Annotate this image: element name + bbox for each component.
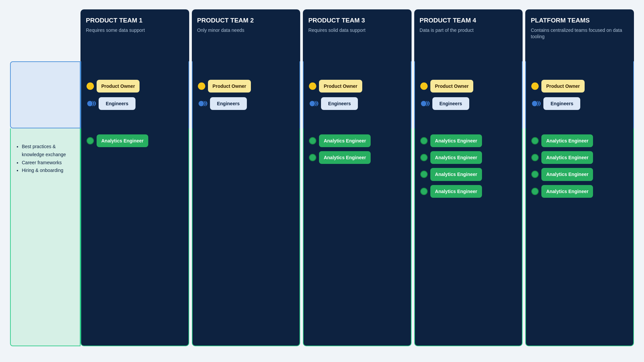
engineers-badge-team2: Engineers <box>198 97 294 110</box>
team-header-team1: PRODUCT TEAM 1 Requires some data suppor… <box>80 9 189 61</box>
team-header-team2: PRODUCT TEAM 2 Only minor data needs <box>192 9 301 61</box>
owner-dot-team4 <box>420 82 428 90</box>
ae-pill-platform-2: Analytics Engineer <box>541 168 593 181</box>
analytics-engineer-badge-team3-1: Analytics Engineer <box>309 151 371 164</box>
team-column-team1: PRODUCT TEAM 1 Requires some data suppor… <box>80 9 189 346</box>
ae-dot-team4-0 <box>420 137 428 144</box>
team-title-platform: PLATFORM TEAMS <box>531 17 590 24</box>
product-owner-badge-platform: Product Owner <box>531 80 628 93</box>
eng-section-team2: Product Owner Engineers <box>192 61 301 128</box>
engineers-pill-platform: Engineers <box>543 97 580 110</box>
team-column-platform: PLATFORM TEAMS Contains centralized team… <box>525 9 634 346</box>
eng-dot-1 <box>198 100 205 107</box>
ae-dot-platform-1 <box>531 154 539 161</box>
ae-dot-platform-3 <box>531 188 539 195</box>
eng-dot-1 <box>87 100 93 107</box>
ae-dot-platform-0 <box>531 137 539 144</box>
data-bullet-3: Hiring & onboarding <box>22 167 75 175</box>
team-header-platform: PLATFORM TEAMS Contains centralized team… <box>525 9 634 61</box>
analytics-engineer-badge-platform-0: Analytics Engineer <box>531 134 593 147</box>
team-title-team1: PRODUCT TEAM 1 <box>86 17 143 24</box>
ae-pill-team4-1: Analytics Engineer <box>430 151 482 164</box>
team-subtitle-team3: Requires solid data support <box>308 27 365 34</box>
engineers-pill-team2: Engineers <box>210 97 247 110</box>
owner-pill-team1: Product Owner <box>97 80 140 93</box>
team-column-team2: PRODUCT TEAM 2 Only minor data needs Pro… <box>192 9 301 346</box>
data-section-platform: Analytics Engineer Analytics Engineer An… <box>525 128 634 346</box>
analytics-engineer-badge-team4-3: Analytics Engineer <box>420 185 482 198</box>
engineers-badge-team3: Engineers <box>309 97 406 110</box>
data-function-section: Best practices & knowledge exchange Care… <box>10 128 80 346</box>
ae-pill-platform-1: Analytics Engineer <box>541 151 593 164</box>
team-title-team3: PRODUCT TEAM 3 <box>308 17 365 24</box>
team-column-team3: PRODUCT TEAM 3 Requires solid data suppo… <box>303 9 412 346</box>
main-container: Best practices & knowledge exchange Care… <box>0 9 644 353</box>
owner-dot-team3 <box>309 82 316 90</box>
data-bullet-1: Best practices & knowledge exchange <box>22 143 75 159</box>
analytics-engineer-badge-team4-0: Analytics Engineer <box>420 134 482 147</box>
ae-pill-team1-0: Analytics Engineer <box>97 134 148 147</box>
ae-dot-platform-2 <box>531 171 539 178</box>
engineers-badge-team4: Engineers <box>420 97 517 110</box>
team-subtitle-team4: Data is part of the product <box>420 27 474 34</box>
analytics-engineer-badge-team4-2: Analytics Engineer <box>420 168 482 181</box>
engineers-dot-stack-team2 <box>198 100 207 107</box>
teams-area: PRODUCT TEAM 1 Requires some data suppor… <box>80 9 634 346</box>
ae-pill-team3-0: Analytics Engineer <box>319 134 371 147</box>
analytics-engineer-badge-team3-0: Analytics Engineer <box>309 134 371 147</box>
analytics-engineer-badge-team4-1: Analytics Engineer <box>420 151 482 164</box>
owner-pill-platform: Product Owner <box>541 80 584 93</box>
ae-pill-team4-3: Analytics Engineer <box>430 185 482 198</box>
team-title-team2: PRODUCT TEAM 2 <box>197 17 254 24</box>
data-function-list: Best practices & knowledge exchange Care… <box>16 143 75 175</box>
ae-dot-team1-0 <box>87 137 94 144</box>
team-title-team4: PRODUCT TEAM 4 <box>420 17 476 24</box>
ae-dot-team3-0 <box>309 137 316 144</box>
data-section-team2 <box>192 128 301 346</box>
team-header-team3: PRODUCT TEAM 3 Requires solid data suppo… <box>303 9 412 61</box>
team-column-team4: PRODUCT TEAM 4 Data is part of the produ… <box>414 9 523 346</box>
engineers-badge-platform: Engineers <box>531 97 628 110</box>
team-header-team4: PRODUCT TEAM 4 Data is part of the produ… <box>414 9 523 61</box>
engineers-pill-team3: Engineers <box>321 97 358 110</box>
eng-section-team3: Product Owner Engineers <box>303 61 412 128</box>
ae-pill-team3-1: Analytics Engineer <box>319 151 371 164</box>
product-owner-badge-team2: Product Owner <box>198 80 294 93</box>
eng-section-team4: Product Owner Engineers <box>414 61 523 128</box>
product-owner-badge-team1: Product Owner <box>87 80 183 93</box>
ae-pill-platform-0: Analytics Engineer <box>541 134 593 147</box>
team-subtitle-team1: Requires some data support <box>86 27 145 34</box>
ae-dot-team4-1 <box>420 154 428 161</box>
analytics-engineer-badge-platform-1: Analytics Engineer <box>531 151 593 164</box>
ae-pill-team4-2: Analytics Engineer <box>430 168 482 181</box>
ae-dot-team3-1 <box>309 154 316 161</box>
watermark-text <box>0 0 644 9</box>
engineers-dot-stack-team1 <box>87 100 96 107</box>
ae-pill-team4-0: Analytics Engineer <box>430 134 482 147</box>
analytics-engineer-badge-platform-2: Analytics Engineer <box>531 168 593 181</box>
data-bullet-2: Career frameworks <box>22 159 75 167</box>
eng-section-platform: Product Owner Engineers <box>525 61 634 128</box>
product-owner-badge-team3: Product Owner <box>309 80 406 93</box>
engineers-pill-team1: Engineers <box>99 97 136 110</box>
engineers-dot-stack-team4 <box>420 100 430 107</box>
owner-dot-team2 <box>198 82 205 90</box>
ae-pill-platform-3: Analytics Engineer <box>541 185 593 198</box>
data-section-team1: Analytics Engineer <box>80 128 189 346</box>
eng-section-team1: Product Owner Engineers <box>80 61 189 128</box>
owner-dot-platform <box>531 82 539 90</box>
owner-pill-team4: Product Owner <box>430 80 473 93</box>
eng-dot-1 <box>420 100 427 107</box>
engineers-badge-team1: Engineers <box>87 97 183 110</box>
analytics-engineer-badge-platform-3: Analytics Engineer <box>531 185 593 198</box>
product-owner-badge-team4: Product Owner <box>420 80 517 93</box>
left-top-spacer <box>10 9 80 61</box>
left-column: Best practices & knowledge exchange Care… <box>10 9 80 346</box>
engineers-pill-team4: Engineers <box>432 97 469 110</box>
team-subtitle-platform: Contains centralized teams focused on da… <box>531 27 629 40</box>
engineering-functions-label <box>10 61 80 128</box>
engineers-dot-stack-team3 <box>309 100 318 107</box>
owner-pill-team3: Product Owner <box>319 80 362 93</box>
analytics-engineer-badge-team1-0: Analytics Engineer <box>87 134 148 147</box>
engineers-dot-stack-platform <box>531 100 541 107</box>
